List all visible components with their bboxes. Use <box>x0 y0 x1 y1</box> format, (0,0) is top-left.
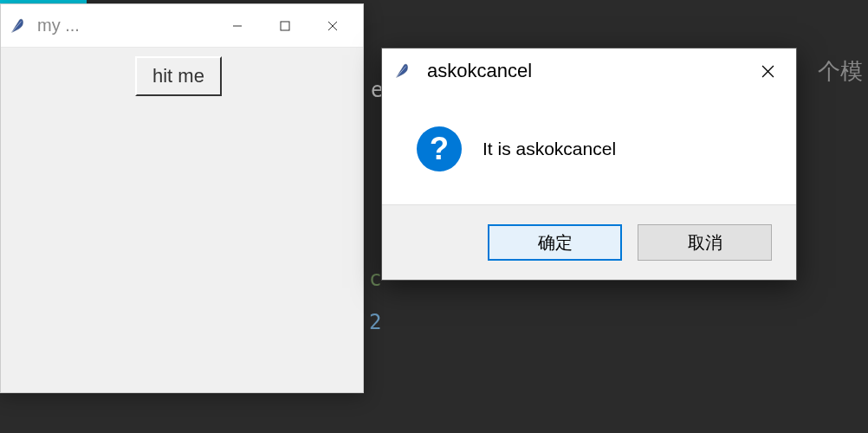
dialog-button-row: 确定 取消 <box>382 204 796 280</box>
main-titlebar[interactable]: my ... <box>1 4 363 48</box>
svg-rect-1 <box>281 22 289 30</box>
dialog-body: ? It is askokcancel <box>382 94 796 204</box>
askokcancel-dialog: askokcancel ? It is askokcancel 确定 取消 <box>381 48 797 281</box>
close-button[interactable] <box>308 5 356 47</box>
question-icon: ? <box>417 126 462 171</box>
dialog-close-button[interactable] <box>746 50 789 92</box>
hit-me-button[interactable]: hit me <box>135 56 222 96</box>
minimize-button[interactable] <box>213 5 261 47</box>
maximize-button[interactable] <box>261 5 308 47</box>
dialog-title: askokcancel <box>427 60 746 82</box>
ok-button[interactable]: 确定 <box>488 224 622 261</box>
main-window-title: my ... <box>37 16 213 36</box>
bg-code-text: c <box>369 267 381 291</box>
dialog-message: It is askokcancel <box>483 139 616 159</box>
tk-feather-icon <box>392 61 413 81</box>
bg-code-text: 个模 <box>818 56 863 87</box>
cancel-button[interactable]: 取消 <box>638 224 772 261</box>
main-window-body: hit me <box>1 48 363 392</box>
bg-code-text: 2 <box>369 310 381 334</box>
tk-feather-icon <box>8 16 29 36</box>
main-window: my ... hit me <box>0 3 364 393</box>
dialog-titlebar[interactable]: askokcancel <box>382 48 796 94</box>
window-controls <box>213 5 356 47</box>
